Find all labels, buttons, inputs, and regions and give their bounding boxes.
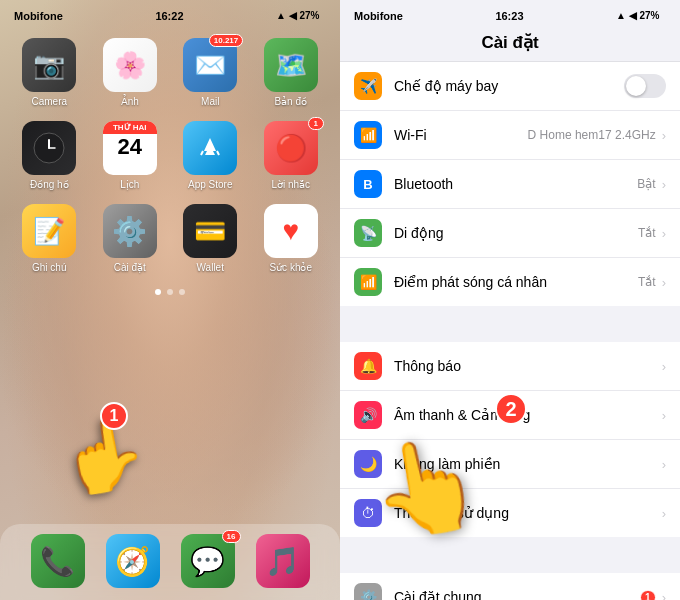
app-health[interactable]: ♥Sức khỏe <box>258 204 325 273</box>
app-appstore[interactable]: App Store <box>177 121 244 190</box>
section-divider-2 <box>340 545 680 573</box>
dot-2 <box>167 289 173 295</box>
carrier-right: Mobifone <box>354 10 403 22</box>
settings-section-0: ✈️ Chế độ máy bay 📶 Wi-Fi D Home hem17 2… <box>340 62 680 306</box>
app-grid: 📷 Camera 🌸 Ảnh ✉️ 10.217 Mail 🗺️ Bản đồ … <box>0 28 340 283</box>
dot-1 <box>155 289 161 295</box>
app-mail[interactable]: ✉️ 10.217 Mail <box>177 38 244 107</box>
settings-section-2: ⚙️ Cài đặt chung 1 › ☰ Trung tâm điều kh… <box>340 573 680 600</box>
app-label-mail: Mail <box>201 96 219 107</box>
app-reminders[interactable]: 🔴 1 Lời nhắc <box>258 121 325 190</box>
chevron-cellular: › <box>662 226 666 241</box>
icon-cellular: 📡 <box>354 219 382 247</box>
app-label-reminders: Lời nhắc <box>271 179 310 190</box>
app-label-calendar: Lịch <box>120 179 139 190</box>
status-icons-right: ▲ ◀ 27% <box>616 8 666 24</box>
app-maps[interactable]: 🗺️ Bản đồ <box>258 38 325 107</box>
value-wifi: D Home hem17 2.4GHz <box>528 128 656 142</box>
step-number-2: 2 <box>495 393 527 425</box>
left-screen: Mobifone 16:22 ▲ ◀ 27% 📷 Camera 🌸 Ảnh ✉️… <box>0 0 340 600</box>
dock-phone[interactable]: 📞 <box>31 534 85 588</box>
app-label-wallet: Wallet <box>197 262 224 273</box>
settings-item-bluetooth[interactable]: B Bluetooth Bật › <box>340 160 680 209</box>
time-right: 16:23 <box>495 10 523 22</box>
label-hotspot: Điểm phát sóng cá nhân <box>394 274 638 290</box>
app-label-settings: Cài đặt <box>114 262 146 273</box>
icon-hotspot: 📶 <box>354 268 382 296</box>
right-status-bar: Mobifone 16:23 ▲ ◀ 27% <box>340 0 680 28</box>
chevron-focus: › <box>662 457 666 472</box>
app-label-health: Sức khỏe <box>269 262 312 273</box>
app-wallet[interactable]: 💳 Wallet <box>177 204 244 273</box>
chevron-wifi: › <box>662 128 666 143</box>
chevron-sound: › <box>662 408 666 423</box>
settings-content: ✈️ Chế độ máy bay 📶 Wi-Fi D Home hem17 2… <box>340 62 680 600</box>
label-general: Cài đặt chung <box>394 589 640 600</box>
dot-3 <box>179 289 185 295</box>
label-airplane: Chế độ máy bay <box>394 78 624 94</box>
value-bluetooth: Bật <box>637 177 655 191</box>
value-cellular: Tắt <box>638 226 656 240</box>
chevron-screentime: › <box>662 506 666 521</box>
left-status-bar: Mobifone 16:22 ▲ ◀ 27% <box>0 0 340 28</box>
dock-messages[interactable]: 💬 16 <box>181 534 235 588</box>
app-label-photos: Ảnh <box>121 96 139 107</box>
section-divider-1 <box>340 314 680 342</box>
dock-safari[interactable]: 🧭 <box>106 534 160 588</box>
app-label-appstore: App Store <box>188 179 232 190</box>
app-settings[interactable]: ⚙️ Cài đặt <box>97 204 164 273</box>
icon-notification: 🔔 <box>354 352 382 380</box>
chevron-hotspot: › <box>662 275 666 290</box>
label-sound: Âm thanh & Cảm ứng <box>394 407 662 423</box>
app-label-clock: Đồng hồ <box>30 179 69 190</box>
svg-text:▲ ◀ 27%: ▲ ◀ 27% <box>276 10 320 21</box>
dock-music[interactable]: 🎵 <box>256 534 310 588</box>
chevron-notification: › <box>662 359 666 374</box>
settings-item-cellular[interactable]: 📡 Di động Tắt › <box>340 209 680 258</box>
icon-general: ⚙️ <box>354 583 382 600</box>
app-photos[interactable]: 🌸 Ảnh <box>97 38 164 107</box>
toggle-airplane[interactable] <box>624 74 666 98</box>
right-screen: Mobifone 16:23 ▲ ◀ 27% Cài đặt ✈️ Chế độ… <box>340 0 680 600</box>
app-label-notes: Ghi chú <box>32 262 66 273</box>
carrier-left: Mobifone <box>14 10 63 22</box>
label-wifi: Wi-Fi <box>394 127 528 143</box>
finger-cursor-2: 👆 <box>362 426 491 549</box>
app-clock[interactable]: Đồng hồ <box>16 121 83 190</box>
app-calendar[interactable]: THỨ HAI 24 Lịch <box>97 121 164 190</box>
value-hotspot: Tắt <box>638 275 656 289</box>
icon-sound: 🔊 <box>354 401 382 429</box>
chevron-general: › <box>662 590 666 601</box>
app-notes[interactable]: 📝 Ghi chú <box>16 204 83 273</box>
settings-item-hotspot[interactable]: 📶 Điểm phát sóng cá nhân Tắt › <box>340 258 680 306</box>
dock: 📞 🧭 💬 16 🎵 <box>0 524 340 600</box>
settings-item-general[interactable]: ⚙️ Cài đặt chung 1 › <box>340 573 680 600</box>
icon-wifi: 📶 <box>354 121 382 149</box>
settings-header: Cài đặt <box>340 28 680 62</box>
app-label-maps: Bản đồ <box>274 96 307 107</box>
step-number-1: 1 <box>100 402 128 430</box>
settings-title: Cài đặt <box>356 32 664 53</box>
label-cellular: Di động <box>394 225 638 241</box>
label-bluetooth: Bluetooth <box>394 176 637 192</box>
page-dots <box>0 283 340 301</box>
label-notification: Thông báo <box>394 358 662 374</box>
chevron-bluetooth: › <box>662 177 666 192</box>
icon-bluetooth: B <box>354 170 382 198</box>
settings-item-airplane[interactable]: ✈️ Chế độ máy bay <box>340 62 680 111</box>
time-left: 16:22 <box>155 10 183 22</box>
status-icons-left: ▲ ◀ 27% <box>276 8 326 24</box>
svg-text:▲ ◀ 27%: ▲ ◀ 27% <box>616 10 660 21</box>
icon-airplane: ✈️ <box>354 72 382 100</box>
app-camera[interactable]: 📷 Camera <box>16 38 83 107</box>
settings-item-wifi[interactable]: 📶 Wi-Fi D Home hem17 2.4GHz › <box>340 111 680 160</box>
settings-item-notification[interactable]: 🔔 Thông báo › <box>340 342 680 391</box>
app-label-camera: Camera <box>31 96 67 107</box>
